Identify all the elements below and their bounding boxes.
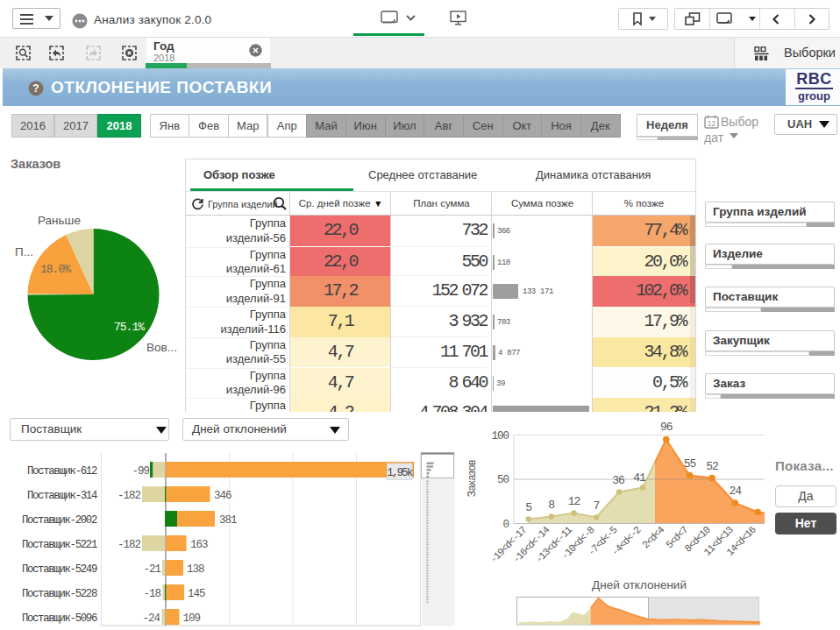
svg-text:1,95k: 1,95k — [387, 467, 412, 479]
svg-text:24: 24 — [729, 485, 742, 498]
svg-text:Поставщик-2002: Поставщик-2002 — [22, 514, 97, 527]
svg-text:12: 12 — [708, 119, 716, 128]
svg-text:50: 50 — [497, 474, 509, 486]
svg-text:8: 8 — [548, 499, 554, 512]
svg-text:381: 381 — [219, 514, 237, 527]
svg-text:36: 36 — [612, 474, 624, 487]
svg-text:?: ? — [32, 82, 39, 95]
svg-text:346: 346 — [214, 490, 231, 502]
svg-text:Поставщик-5249: Поставщик-5249 — [22, 563, 97, 576]
svg-text:55: 55 — [684, 457, 696, 471]
svg-text:Поставщик-314: Поставщик-314 — [27, 490, 97, 502]
svg-text:-99: -99 — [132, 465, 149, 478]
svg-text:7: 7 — [594, 499, 600, 513]
svg-text:145: 145 — [188, 588, 205, 600]
svg-text:0: 0 — [502, 519, 509, 531]
svg-text:Поставщик-612: Поставщик-612 — [27, 465, 97, 478]
svg-text:Поставщик-5221: Поставщик-5221 — [22, 539, 97, 551]
svg-text:2<d<4: 2<d<4 — [640, 524, 667, 551]
svg-text:Поставщик-5228: Поставщик-5228 — [22, 588, 97, 600]
svg-text:96: 96 — [660, 421, 673, 434]
svg-text:-182: -182 — [117, 539, 141, 551]
svg-text:5: 5 — [525, 501, 531, 514]
svg-text:109: 109 — [183, 612, 201, 625]
svg-text:163: 163 — [190, 539, 208, 551]
svg-text:Заказов: Заказов — [466, 460, 478, 497]
svg-text:-21: -21 — [143, 563, 160, 576]
svg-text:52: 52 — [706, 460, 718, 473]
svg-text:12: 12 — [568, 495, 580, 508]
svg-text:41: 41 — [633, 471, 646, 485]
svg-text:Поставщик-5096: Поставщик-5096 — [22, 612, 97, 625]
svg-text:-24: -24 — [142, 612, 160, 625]
svg-text:-18: -18 — [143, 588, 160, 600]
svg-text:138: 138 — [187, 563, 204, 576]
svg-text:-182: -182 — [117, 490, 141, 502]
svg-text:100: 100 — [491, 430, 509, 442]
